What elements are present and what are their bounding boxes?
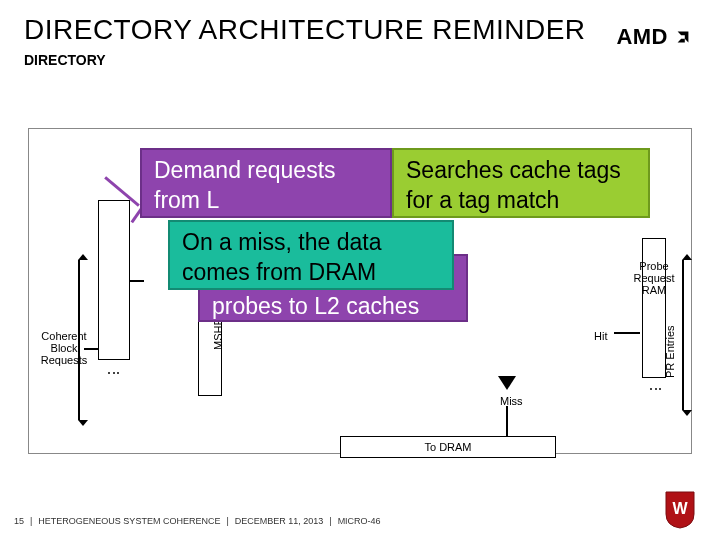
miss-box: On a miss, the data comes from DRAM bbox=[168, 220, 454, 290]
footer-title: HETEROGENEOUS SYSTEM COHERENCE bbox=[38, 516, 220, 526]
block-column bbox=[98, 200, 130, 360]
connector-line bbox=[84, 348, 98, 350]
amd-logo-text: AMD bbox=[616, 24, 668, 50]
amd-arrow-icon bbox=[674, 28, 692, 46]
probes-text: probes to L2 caches bbox=[212, 292, 454, 322]
dram-label: To DRAM bbox=[424, 441, 471, 453]
wisconsin-crest-icon: W bbox=[662, 490, 698, 530]
search-box: Searches cache tags for a tag match bbox=[392, 148, 650, 218]
separator: | bbox=[226, 516, 228, 526]
ellipsis-icon: ⋮ bbox=[106, 366, 122, 382]
hit-label: Hit bbox=[594, 330, 607, 342]
triangle-icon bbox=[498, 376, 516, 390]
connector-line bbox=[130, 280, 144, 282]
probe-ram-label: Probe Request RAM bbox=[628, 260, 680, 296]
slide-subtitle: DIRECTORY bbox=[24, 52, 106, 68]
svg-text:W: W bbox=[672, 500, 688, 517]
demand-box: Demand requests from L bbox=[140, 148, 392, 218]
slide: DIRECTORY ARCHITECTURE REMINDER DIRECTOR… bbox=[0, 0, 720, 540]
pr-entries-label: PR Entries bbox=[664, 325, 676, 378]
separator: | bbox=[30, 516, 32, 526]
double-arrow-icon bbox=[682, 260, 684, 410]
footer-venue: MICRO-46 bbox=[338, 516, 381, 526]
footer-date: DECEMBER 11, 2013 bbox=[235, 516, 324, 526]
amd-logo: AMD bbox=[616, 24, 692, 50]
mshr-label: MSHR bbox=[212, 318, 224, 350]
footer: 15 | HETEROGENEOUS SYSTEM COHERENCE | DE… bbox=[14, 516, 381, 526]
page-number: 15 bbox=[14, 516, 24, 526]
dram-box: To DRAM bbox=[340, 436, 556, 458]
connector-line bbox=[506, 406, 508, 436]
separator: | bbox=[329, 516, 331, 526]
pr-column bbox=[642, 238, 666, 378]
slide-title: DIRECTORY ARCHITECTURE REMINDER bbox=[24, 14, 586, 46]
ellipsis-icon: ⋮ bbox=[648, 382, 664, 398]
connector-line bbox=[614, 332, 640, 334]
miss-label: Miss bbox=[500, 395, 523, 407]
